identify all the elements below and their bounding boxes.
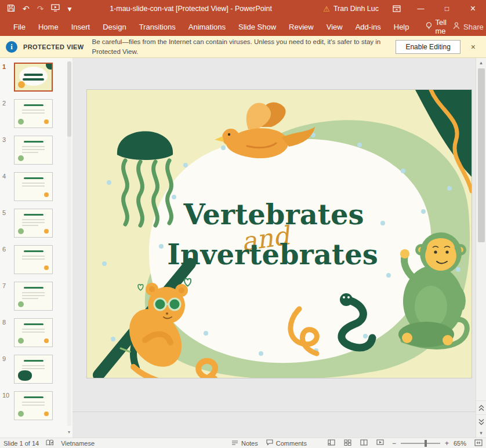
slide-number: 4	[2, 172, 12, 201]
normal-view-icon[interactable]	[328, 439, 335, 447]
slideshow-view-icon[interactable]	[376, 439, 384, 447]
protected-view-close-icon[interactable]: ×	[466, 42, 480, 52]
slide-number: 6	[2, 245, 12, 274]
tab-help[interactable]: Help	[387, 19, 416, 35]
slide-number: 8	[2, 318, 12, 347]
reading-view-icon[interactable]	[360, 439, 368, 447]
maximize-button[interactable]: □	[434, 0, 460, 17]
undo-icon[interactable]: ↶	[23, 5, 30, 13]
thumbnail-scrollbar[interactable]	[67, 61, 71, 426]
slide-canvas[interactable]: Vertebrates and Invertebrates	[87, 90, 472, 378]
thumbnail-row-6: 6	[2, 245, 72, 274]
vertical-scrollbar: ▴ ▾	[476, 58, 486, 438]
thumbnail-scroll-down-icon[interactable]: ▾	[66, 429, 72, 436]
scroll-down-icon[interactable]: ▾	[476, 428, 486, 438]
slide-thumbnail-1[interactable]	[14, 63, 53, 92]
tab-design[interactable]: Design	[96, 19, 132, 35]
tab-review[interactable]: Review	[282, 19, 320, 35]
account-name: Tran Dinh Luc	[333, 5, 379, 13]
thumbnail-row-7: 7	[2, 282, 72, 311]
tab-animations[interactable]: Animations	[182, 19, 232, 35]
ribbon-display-options-icon[interactable]	[386, 5, 408, 12]
titlebar-right: ⚠ Tran Dinh Luc — □ ×	[316, 0, 486, 17]
tab-slideshow[interactable]: Slide Show	[232, 19, 282, 35]
tab-file[interactable]: File	[7, 19, 32, 35]
tab-view[interactable]: View	[320, 19, 349, 35]
zoom-in-icon[interactable]: +	[445, 439, 449, 447]
comments-button[interactable]: Comments	[266, 439, 307, 447]
slide-thumbnail-4[interactable]	[14, 172, 53, 201]
slide-title-line2[interactable]: Invertebrates	[167, 238, 378, 271]
save-icon[interactable]	[7, 4, 15, 14]
tab-transitions[interactable]: Transitions	[133, 19, 182, 35]
share-label: Share	[463, 23, 484, 31]
comments-label: Comments	[276, 440, 307, 447]
slide-thumbnail-10[interactable]	[14, 391, 53, 420]
slide-thumbnail-5[interactable]	[14, 209, 53, 238]
zoom-controls: − + 65%	[392, 439, 466, 447]
enable-editing-button[interactable]: Enable Editing	[396, 40, 460, 54]
protected-view-bar: i PROTECTED VIEW Be careful—files from t…	[0, 36, 486, 58]
zoom-slider[interactable]	[401, 443, 440, 444]
close-button[interactable]: ×	[460, 0, 486, 17]
slide-number: 7	[2, 282, 12, 311]
customize-qat-icon[interactable]: ▾	[67, 5, 71, 13]
fit-slide-to-window-icon[interactable]	[474, 439, 483, 447]
protected-view-label: PROTECTED VIEW	[23, 43, 86, 50]
previous-slide-icon[interactable]	[476, 400, 486, 414]
person-icon	[453, 22, 460, 31]
slide-editor-area: Vertebrates and Invertebrates	[72, 58, 476, 438]
thumbnail-row-4: 4	[2, 172, 72, 201]
slide-number: 10	[2, 391, 12, 420]
slide-thumbnail-6[interactable]	[14, 245, 53, 274]
zoom-out-icon[interactable]: −	[392, 439, 396, 447]
tab-home[interactable]: Home	[32, 19, 65, 35]
language-button[interactable]: Vietnamese	[61, 440, 95, 447]
title-bar: ↶ ↷ ▾ 1-mau-slide-con-vat [Protected Vie…	[0, 0, 486, 17]
notes-label: Notes	[241, 440, 258, 447]
slide-number: 3	[2, 136, 12, 165]
slide-thumbnail-9[interactable]	[14, 355, 53, 384]
lightbulb-icon	[426, 22, 432, 32]
zoom-slider-thumb[interactable]	[425, 440, 427, 447]
thumbnail-row-8: 8	[2, 318, 72, 347]
next-slide-icon[interactable]	[476, 414, 486, 428]
tab-insert[interactable]: Insert	[65, 19, 97, 35]
slide-thumbnail-2[interactable]	[14, 99, 53, 128]
slide-thumbnail-8[interactable]	[14, 318, 53, 347]
info-icon: i	[6, 41, 17, 53]
status-bar: Slide 1 of 14 Vietnamese Notes Comments	[0, 438, 486, 448]
thumbnail-row-5: 5	[2, 209, 72, 238]
scroll-up-icon[interactable]: ▴	[476, 58, 486, 67]
zoom-level[interactable]: 65%	[454, 440, 466, 447]
notes-button[interactable]: Notes	[231, 440, 258, 447]
comments-icon	[266, 439, 273, 447]
scrollbar-thumb[interactable]	[478, 68, 485, 242]
main-content: 1 2 3 4 5 6	[0, 58, 486, 438]
slide-thumbnail-panel: 1 2 3 4 5 6	[0, 58, 72, 438]
powerpoint-window: ↶ ↷ ▾ 1-mau-slide-con-vat [Protected Vie…	[0, 0, 486, 448]
account-button[interactable]: ⚠ Tran Dinh Luc	[316, 5, 386, 13]
slide-illustration: Vertebrates and Invertebrates	[87, 90, 472, 378]
redo-icon[interactable]: ↷	[37, 5, 44, 13]
thumbnail-row-2: 2	[2, 99, 72, 128]
slide-sorter-view-icon[interactable]	[344, 439, 351, 447]
slide-counter[interactable]: Slide 1 of 14	[3, 440, 39, 447]
notes-pane-splitter[interactable]	[72, 411, 476, 412]
slide-thumbnail-3[interactable]	[14, 136, 53, 165]
share-button[interactable]: Share	[453, 22, 484, 31]
minimize-button[interactable]: —	[408, 0, 434, 17]
thumbnail-row-9: 9	[2, 355, 72, 384]
thumbnail-row-3: 3	[2, 136, 72, 165]
slide-number: 5	[2, 209, 12, 238]
account-warning-icon: ⚠	[323, 5, 330, 13]
tell-me-label: Tell me	[436, 18, 447, 35]
slide-number: 2	[2, 99, 12, 128]
proofing-icon[interactable]	[46, 439, 54, 447]
slide-number: 9	[2, 355, 12, 384]
thumbnail-row-10: 10	[2, 391, 72, 420]
tab-addins[interactable]: Add-ins	[349, 19, 387, 35]
scrollbar-track[interactable]	[476, 67, 486, 400]
slide-thumbnail-7[interactable]	[14, 282, 53, 311]
start-slideshow-icon[interactable]	[51, 4, 60, 13]
